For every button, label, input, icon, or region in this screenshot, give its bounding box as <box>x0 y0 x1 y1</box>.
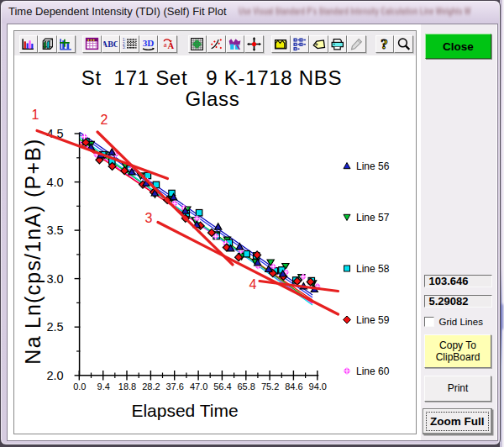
svg-text:Line 58: Line 58 <box>356 263 390 275</box>
svg-text:?: ? <box>381 37 389 51</box>
svg-text:a: a <box>163 40 166 49</box>
svg-text:2: 2 <box>101 113 108 127</box>
svg-text:2.0: 2.0 <box>46 369 63 382</box>
svg-text:84.6: 84.6 <box>285 381 302 392</box>
svg-text:1: 1 <box>32 108 39 122</box>
svg-text:28.2: 28.2 <box>142 381 160 392</box>
svg-text:Line 56: Line 56 <box>356 160 390 172</box>
svg-text:Elapsed Time: Elapsed Time <box>131 401 238 420</box>
svg-text:4.0: 4.0 <box>46 176 63 189</box>
svg-text:94.0: 94.0 <box>309 381 327 392</box>
svg-text:47.0: 47.0 <box>190 381 207 392</box>
svg-text:St 171 Set 9 K-1718 NBS: St 171 Set 9 K-1718 NBS <box>81 66 342 89</box>
svg-text:0.0: 0.0 <box>73 381 86 392</box>
svg-text:3.0: 3.0 <box>46 272 63 286</box>
svg-text:3.5: 3.5 <box>46 224 63 237</box>
svg-text:3D: 3D <box>143 38 155 48</box>
svg-text:37.6: 37.6 <box>165 381 183 392</box>
svg-text:Line 60: Line 60 <box>356 365 390 377</box>
svg-text:9.4: 9.4 <box>97 381 110 392</box>
svg-text:3: 3 <box>145 211 153 225</box>
svg-text:3:: 3: <box>123 45 126 50</box>
svg-text:56.4: 56.4 <box>213 381 231 392</box>
svg-text:Glass: Glass <box>186 87 240 110</box>
svg-text:Line 59: Line 59 <box>356 314 390 326</box>
svg-text:18.8: 18.8 <box>118 381 136 392</box>
svg-text:Line 57: Line 57 <box>356 212 390 224</box>
svg-text:4: 4 <box>249 277 257 292</box>
svg-text:65.8: 65.8 <box>237 381 255 392</box>
svg-text:Na Ln(cps/1nA) (P+B): Na Ln(cps/1nA) (P+B) <box>21 138 45 364</box>
svg-text:ABC: ABC <box>103 39 118 49</box>
svg-text:2.5: 2.5 <box>46 320 63 334</box>
svg-text:75.2: 75.2 <box>261 381 279 392</box>
svg-text:A: A <box>167 41 174 50</box>
